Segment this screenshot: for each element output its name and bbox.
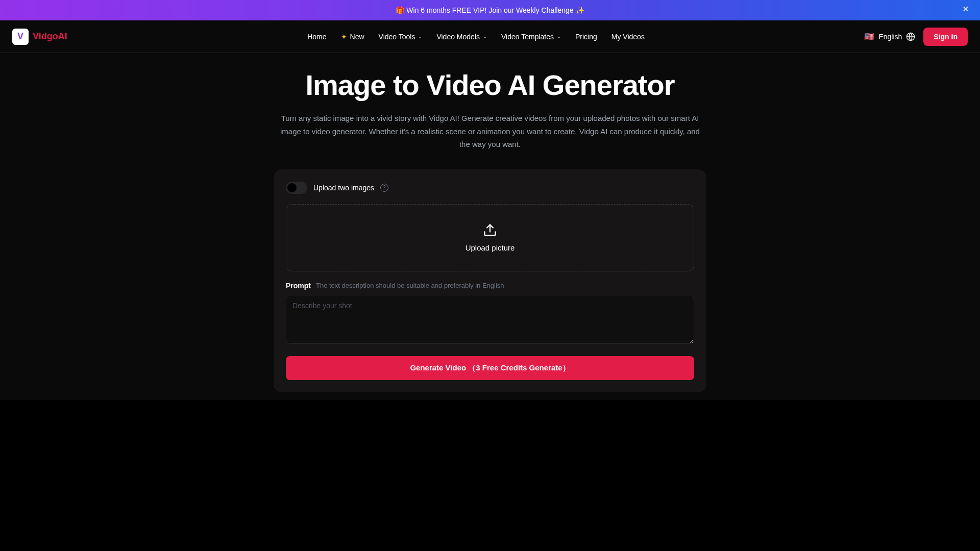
upload-area[interactable]: Upload picture (286, 204, 694, 271)
logo-icon: V (12, 29, 29, 45)
nav-right: 🇺🇸 English Sign In (864, 28, 968, 46)
bottom-section (0, 400, 980, 551)
navbar: V VidgoAI Home ✦ New Video Tools ⌄ Video… (0, 20, 980, 53)
language-selector[interactable]: 🇺🇸 English (864, 32, 915, 41)
nav-pricing[interactable]: Pricing (575, 33, 597, 41)
nav-video-models[interactable]: Video Models ⌄ (436, 33, 487, 41)
nav-new[interactable]: ✦ New (341, 33, 364, 41)
close-icon (962, 5, 970, 13)
logo[interactable]: V VidgoAI (12, 29, 67, 45)
flag-icon: 🇺🇸 (864, 32, 874, 41)
globe-icon (906, 32, 915, 41)
nav-menu: Home ✦ New Video Tools ⌄ Video Models ⌄ … (88, 33, 865, 41)
nav-home[interactable]: Home (307, 33, 326, 41)
banner-text: 🎁 Win 6 months FREE VIP! Join our Weekly… (396, 6, 584, 14)
signin-button[interactable]: Sign In (923, 28, 968, 46)
prompt-hint: The text description should be suitable … (316, 282, 504, 289)
promo-banner[interactable]: 🎁 Win 6 months FREE VIP! Join our Weekly… (0, 0, 980, 20)
toggle-label: Upload two images (313, 184, 374, 192)
upload-icon (483, 223, 497, 237)
generator-card: Upload two images ? Upload picture Promp… (274, 169, 706, 392)
page-title: Image to Video AI Generator (306, 68, 675, 102)
banner-close-button[interactable] (962, 5, 970, 16)
chevron-down-icon: ⌄ (557, 34, 561, 39)
page-description: Turn any static image into a vivid story… (276, 112, 704, 151)
nav-video-tools[interactable]: Video Tools ⌄ (379, 33, 423, 41)
help-icon[interactable]: ? (380, 184, 388, 192)
sparkle-icon: ✦ (341, 33, 347, 41)
toggle-knob (287, 183, 297, 192)
generate-button[interactable]: Generate Video （3 Free Credits Generate） (286, 356, 694, 380)
prompt-label: Prompt (286, 282, 311, 290)
upload-text: Upload picture (465, 243, 515, 252)
prompt-textarea[interactable] (286, 295, 694, 344)
nav-my-videos[interactable]: My Videos (611, 33, 645, 41)
toggle-row: Upload two images ? (286, 182, 694, 194)
main-content: Image to Video AI Generator Turn any sta… (0, 53, 980, 392)
prompt-label-row: Prompt The text description should be su… (286, 282, 694, 290)
chevron-down-icon: ⌄ (418, 34, 422, 39)
chevron-down-icon: ⌄ (483, 34, 487, 39)
logo-text: VidgoAI (33, 31, 67, 42)
nav-video-templates[interactable]: Video Templates ⌄ (501, 33, 561, 41)
upload-two-toggle[interactable] (286, 182, 307, 194)
